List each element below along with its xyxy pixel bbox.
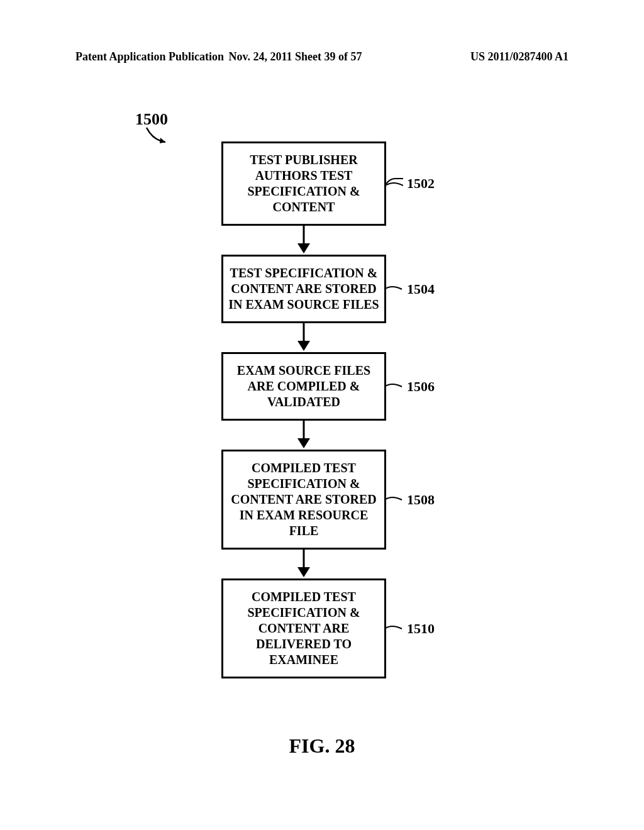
box-text: COMPILED TEST SPECIFICATION & CONTENT AR…: [231, 461, 377, 538]
callout-line-icon: [384, 380, 403, 393]
header-left: Patent Application Publication: [75, 50, 224, 64]
box-text: COMPILED TEST SPECIFICATION & CONTENT AR…: [247, 590, 360, 667]
arrow-down-icon: [221, 323, 386, 352]
header-center: Nov. 24, 2011 Sheet 39 of 57: [229, 50, 362, 64]
flow-box-1510: COMPILED TEST SPECIFICATION & CONTENT AR…: [221, 578, 386, 678]
callout-1506: 1506: [407, 378, 435, 396]
callout-line-icon: [384, 622, 403, 635]
callout-1502: 1502: [407, 175, 435, 192]
arrow-down-icon: [221, 550, 386, 578]
callout-line-icon: [384, 283, 403, 296]
flowchart-container: TEST PUBLISHER AUTHORS TEST SPECIFICATIO…: [221, 141, 397, 678]
flow-box-1506: EXAM SOURCE FILES ARE COMPILED & VALIDAT…: [221, 352, 386, 421]
arrow-down-icon: [221, 421, 386, 450]
callout-line-icon: [384, 178, 403, 189]
arrow-down-icon: [221, 226, 386, 255]
header-right: US 2011/0287400 A1: [470, 50, 569, 64]
box-text: TEST PUBLISHER AUTHORS TEST SPECIFICATIO…: [247, 153, 360, 214]
page-header: Patent Application Publication Nov. 24, …: [0, 50, 644, 64]
flow-box-1504: TEST SPECIFICATION & CONTENT ARE STORED …: [221, 255, 386, 323]
callout-1504: 1504: [407, 280, 435, 298]
callout-1508: 1508: [407, 491, 435, 509]
ref-arrow-icon: [143, 124, 175, 150]
callout-line-icon: [384, 494, 403, 506]
box-text: EXAM SOURCE FILES ARE COMPILED & VALIDAT…: [237, 363, 370, 409]
flow-box-1502: TEST PUBLISHER AUTHORS TEST SPECIFICATIO…: [221, 141, 386, 226]
callout-1510: 1510: [407, 620, 435, 638]
figure-label: FIG. 28: [289, 734, 355, 758]
flow-box-1508: COMPILED TEST SPECIFICATION & CONTENT AR…: [221, 450, 386, 550]
box-text: TEST SPECIFICATION & CONTENT ARE STORED …: [228, 266, 379, 311]
